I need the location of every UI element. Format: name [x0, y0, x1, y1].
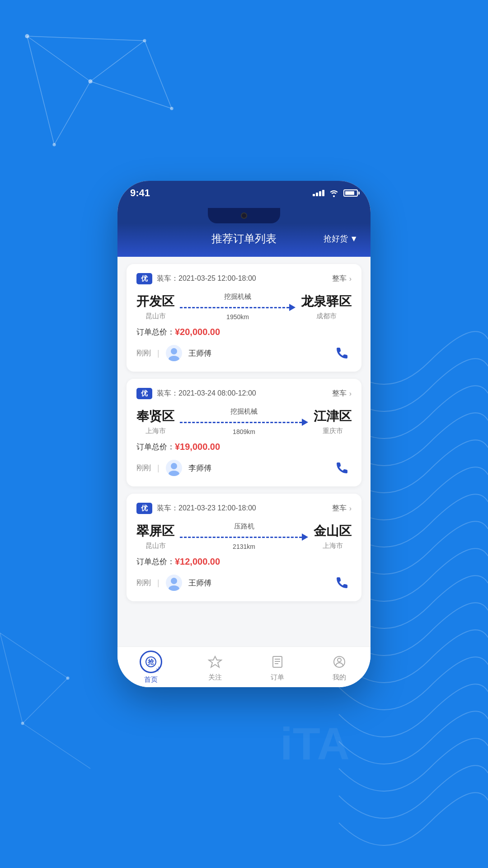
- price-row-3: 订单总价： ¥12,000.00: [136, 557, 352, 567]
- load-time-3: 装车：2021-03-23 12:00-18:00: [157, 504, 256, 513]
- card-header-1: 优 装车：2021-03-25 12:00-18:00 整车 ›: [136, 273, 352, 284]
- svg-text:抢: 抢: [147, 658, 155, 665]
- route-section-3: 翠屏区 昆山市 压路机 2131km 金山区 上海市: [136, 522, 352, 550]
- svg-line-14: [23, 723, 90, 769]
- price-value-3: ¥12,000.00: [175, 557, 220, 567]
- distance-2: 1809km: [233, 428, 255, 435]
- order-type-2[interactable]: 整车 ›: [332, 389, 352, 398]
- phone-frame: 9:41 推荐订单列表 抢好货: [117, 181, 371, 687]
- orders-icon: [268, 653, 286, 671]
- nav-label-follow: 关注: [208, 673, 222, 682]
- cargo-type-2: 挖掘机械: [230, 407, 258, 416]
- price-value-2: ¥19,000.00: [175, 442, 220, 452]
- order-list[interactable]: 优 装车：2021-03-25 12:00-18:00 整车 › 开发区 昆山市…: [117, 257, 371, 646]
- divider-3: |: [157, 578, 160, 588]
- origin-city-3: 昆山市: [136, 542, 174, 550]
- svg-point-24: [169, 585, 179, 591]
- svg-line-0: [27, 36, 90, 81]
- filter-icon: ▼: [350, 234, 358, 244]
- origin-city-2: 上海市: [136, 427, 174, 435]
- status-time: 9:41: [130, 187, 150, 199]
- call-button-1[interactable]: [333, 344, 352, 363]
- price-row-1: 订单总价： ¥20,000.00: [136, 327, 352, 337]
- svg-line-12: [0, 633, 68, 678]
- profile-icon: [330, 653, 348, 671]
- svg-line-3: [90, 41, 145, 81]
- time-ago-3: 刚刚: [136, 578, 151, 588]
- divider-2: |: [157, 463, 160, 473]
- chevron-right-icon-1: ›: [349, 275, 352, 283]
- dest-city-3: 上海市: [314, 542, 352, 550]
- call-button-3[interactable]: [333, 573, 352, 592]
- nav-label-home: 首页: [144, 675, 158, 684]
- priority-badge-1: 优: [136, 273, 152, 284]
- origin-city-1: 昆山市: [136, 312, 174, 321]
- svg-line-6: [27, 36, 145, 41]
- order-card-3[interactable]: 优 装车：2021-03-23 12:00-18:00 整车 › 翠屏区 昆山市…: [127, 494, 361, 601]
- svg-line-1: [54, 81, 90, 145]
- priority-badge-3: 优: [136, 503, 152, 514]
- cargo-type-1: 挖掘机械: [224, 292, 251, 301]
- origin-name-2: 奉贤区: [136, 408, 174, 425]
- nav-label-profile: 我的: [333, 673, 346, 682]
- order-type-3[interactable]: 整车 ›: [332, 504, 352, 513]
- notch-area: [117, 205, 371, 223]
- dest-name-1: 龙泉驿区: [301, 293, 352, 310]
- dest-city-2: 重庆市: [314, 427, 352, 435]
- filter-label: 抢好货: [324, 233, 348, 244]
- order-type-1[interactable]: 整车 ›: [332, 274, 352, 283]
- nav-label-orders: 订单: [271, 673, 284, 682]
- app-header: 推荐订单列表 抢好货 ▼: [117, 223, 371, 257]
- nav-item-profile[interactable]: 我的: [330, 653, 348, 682]
- driver-avatar-1: [166, 345, 182, 361]
- route-section-1: 开发区 昆山市 挖掘机械 1950km 龙泉驿区 成都市: [136, 292, 352, 321]
- call-button-2[interactable]: [333, 458, 352, 477]
- svg-point-20: [169, 356, 179, 361]
- svg-line-4: [145, 41, 172, 108]
- svg-line-2: [27, 36, 54, 145]
- price-label-2: 订单总价：: [136, 442, 175, 452]
- filter-button[interactable]: 抢好货 ▼: [324, 233, 358, 244]
- time-ago-1: 刚刚: [136, 349, 151, 358]
- origin-1: 开发区 昆山市: [136, 293, 174, 321]
- svg-line-13: [23, 678, 68, 723]
- route-arrow-2: 挖掘机械 1809km: [174, 407, 314, 435]
- load-time-2: 装车：2021-03-24 08:00-12:00: [157, 389, 256, 398]
- svg-line-15: [0, 633, 23, 723]
- route-arrow-1: 挖掘机械 1950km: [174, 292, 301, 321]
- distance-3: 2131km: [233, 543, 255, 550]
- nav-item-follow[interactable]: 关注: [206, 653, 224, 682]
- origin-3: 翠屏区 昆山市: [136, 523, 174, 550]
- driver-row-2: 刚刚 | 李师傅: [136, 458, 352, 477]
- distance-1: 1950km: [226, 313, 249, 321]
- divider-1: |: [157, 349, 160, 358]
- svg-point-23: [171, 578, 177, 584]
- svg-point-10: [143, 39, 146, 42]
- chevron-right-icon-3: ›: [349, 505, 352, 513]
- driver-avatar-2: [166, 460, 182, 476]
- home-icon: 抢: [140, 651, 162, 673]
- svg-point-34: [338, 658, 341, 662]
- origin-2: 奉贤区 上海市: [136, 408, 174, 435]
- signal-icon: [313, 190, 324, 196]
- svg-point-22: [169, 471, 179, 476]
- order-card-2[interactable]: 优 装车：2021-03-24 08:00-12:00 整车 › 奉贤区 上海市…: [127, 379, 361, 486]
- wifi-icon: [329, 189, 339, 197]
- cargo-type-3: 压路机: [234, 522, 254, 531]
- camera-notch: [241, 212, 247, 219]
- origin-name-3: 翠屏区: [136, 523, 174, 540]
- svg-point-7: [25, 34, 29, 38]
- route-arrow-3: 压路机 2131km: [174, 522, 314, 550]
- dest-3: 金山区 上海市: [314, 523, 352, 550]
- nav-item-orders[interactable]: 订单: [268, 653, 286, 682]
- nav-item-home[interactable]: 抢 首页: [140, 651, 162, 684]
- status-icons: [313, 189, 358, 197]
- driver-name-3: 王师傅: [188, 578, 211, 588]
- order-card-1[interactable]: 优 装车：2021-03-25 12:00-18:00 整车 › 开发区 昆山市…: [127, 264, 361, 372]
- svg-point-19: [171, 348, 177, 354]
- origin-name-1: 开发区: [136, 293, 174, 310]
- svg-marker-27: [156, 666, 160, 672]
- driver-avatar-3: [166, 575, 182, 591]
- driver-name-1: 王师傅: [188, 348, 211, 359]
- time-ago-2: 刚刚: [136, 463, 151, 473]
